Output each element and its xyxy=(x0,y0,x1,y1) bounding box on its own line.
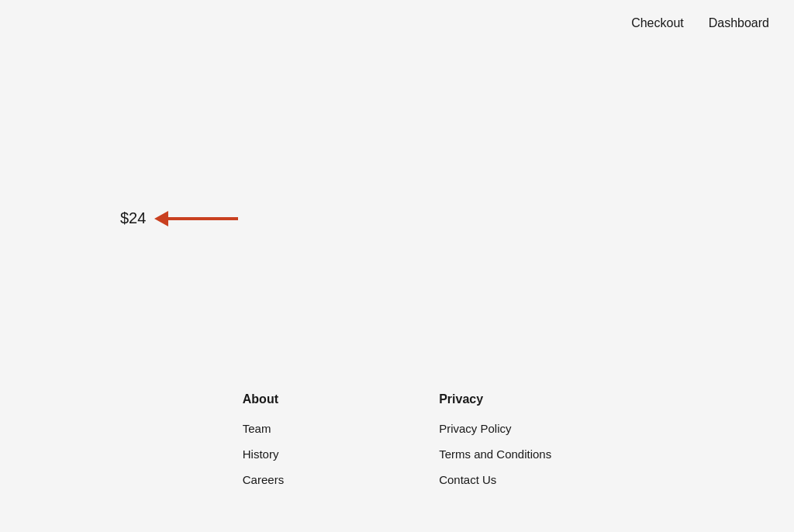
footer-about-column: About Team History Careers xyxy=(243,392,284,532)
footer-link-careers[interactable]: Careers xyxy=(243,473,284,486)
checkout-link[interactable]: Checkout xyxy=(631,16,684,30)
footer-link-team[interactable]: Team xyxy=(243,422,284,435)
header: Checkout Dashboard xyxy=(0,0,794,47)
footer-link-contact[interactable]: Contact Us xyxy=(439,473,551,486)
arrow xyxy=(155,211,238,226)
arrow-head-icon xyxy=(154,211,168,226)
dashboard-link[interactable]: Dashboard xyxy=(709,16,769,30)
footer-privacy-column: Privacy Privacy Policy Terms and Conditi… xyxy=(439,392,551,532)
nav-links: Checkout Dashboard xyxy=(631,16,769,30)
footer-link-terms[interactable]: Terms and Conditions xyxy=(439,447,551,461)
footer-about-heading: About xyxy=(243,392,284,406)
footer-link-privacy-policy[interactable]: Privacy Policy xyxy=(439,422,551,435)
footer-privacy-heading: Privacy xyxy=(439,392,551,406)
footer: About Team History Careers Privacy Priva… xyxy=(0,361,794,532)
price-value: $24 xyxy=(120,209,146,227)
price-area: $24 xyxy=(120,209,238,227)
arrow-line-icon xyxy=(168,217,238,220)
footer-link-history[interactable]: History xyxy=(243,447,284,461)
